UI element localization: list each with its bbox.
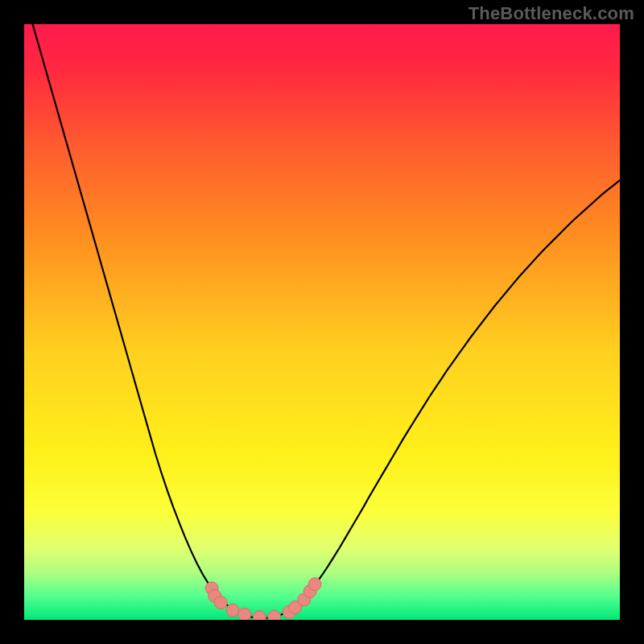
curve-marker <box>238 608 251 620</box>
watermark-text: TheBottleneck.com <box>469 3 634 24</box>
chart-svg <box>24 24 620 620</box>
curve-marker <box>268 610 281 620</box>
curve-marker <box>226 604 239 617</box>
plot-area <box>24 24 620 620</box>
gradient-background <box>24 24 620 620</box>
curve-marker <box>308 578 321 591</box>
chart-frame: TheBottleneck.com <box>0 0 644 644</box>
curve-marker <box>214 597 227 609</box>
curve-marker <box>253 611 266 620</box>
